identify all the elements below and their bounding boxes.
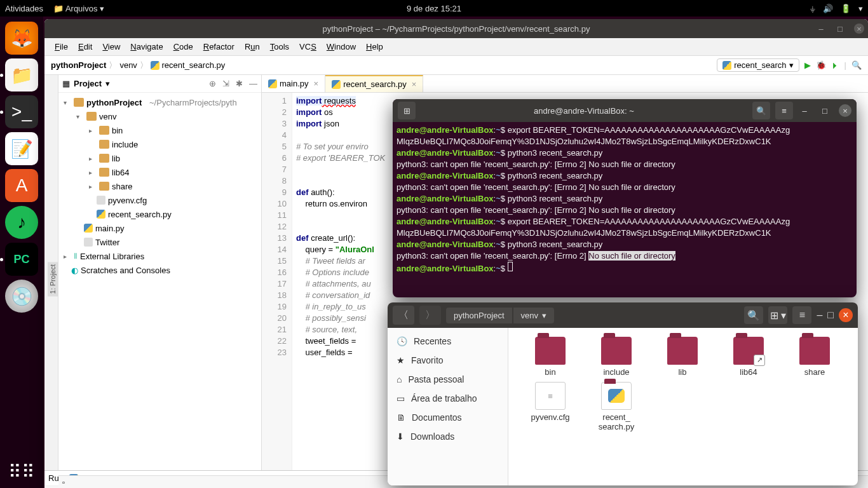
- dock-apps[interactable]: ⠿⠿: [5, 455, 38, 488]
- tab-main[interactable]: main.py×: [262, 75, 325, 92]
- file-pyvenv[interactable]: ≡pyvenv.cfg: [517, 379, 583, 434]
- sidebar-favorite[interactable]: ★ Favorito: [388, 351, 508, 370]
- dock-spotify[interactable]: ♪: [5, 206, 38, 239]
- close-button[interactable]: ×: [854, 24, 864, 34]
- volume-icon[interactable]: 🔊: [823, 4, 833, 13]
- battery-icon[interactable]: 🔋: [841, 4, 851, 13]
- ubuntu-dock: 🦊 📁 >_ 📝 A ♪ PC 💿 ⠿⠿: [0, 17, 43, 488]
- back-button[interactable]: 〈: [393, 306, 414, 325]
- tree-scratches[interactable]: ◐Scratches and Consoles: [58, 263, 261, 277]
- menu-window[interactable]: Window: [323, 41, 360, 53]
- dock-gedit[interactable]: 📝: [5, 132, 38, 165]
- close-icon[interactable]: ×: [314, 79, 319, 88]
- folder-lib[interactable]: lib: [649, 334, 715, 379]
- menu-file[interactable]: File: [51, 41, 72, 53]
- run-button[interactable]: ▶: [804, 60, 811, 70]
- python-icon: [722, 61, 731, 70]
- files-app-menu[interactable]: 📁 Arquivos ▾: [53, 4, 104, 13]
- tree-root[interactable]: ▾pythonProject ~/PycharmProjects/pyth: [58, 95, 261, 109]
- tab-recent-search[interactable]: recent_search.py×: [325, 75, 423, 92]
- close-button[interactable]: ×: [839, 104, 851, 117]
- project-tool-tab[interactable]: 1: Project: [48, 262, 58, 296]
- settings-icon[interactable]: ✱: [236, 79, 243, 88]
- debug-button[interactable]: 🐞: [816, 60, 826, 70]
- close-button[interactable]: ×: [839, 308, 853, 322]
- maximize-button[interactable]: □: [818, 104, 831, 117]
- clock[interactable]: 9 de dez 15:21: [407, 4, 461, 13]
- dock-files[interactable]: 📁: [5, 58, 38, 92]
- activities-button[interactable]: Atividades: [5, 4, 43, 13]
- sidebar-downloads[interactable]: ⬇ Downloads: [388, 427, 508, 446]
- terminal-title: andre@andre-VirtualBox: ~: [421, 106, 747, 116]
- crumb-file[interactable]: recent_search.py: [162, 60, 226, 70]
- sidebar-documents[interactable]: 🗎 Documentos: [388, 408, 508, 427]
- dock-firefox[interactable]: 🦊: [5, 22, 38, 55]
- tree-pyvenv[interactable]: pyvenv.cfg: [58, 193, 261, 207]
- search-button[interactable]: 🔍: [851, 60, 862, 70]
- pycharm-titlebar: pythonProject – ~/PycharmProjects/python…: [44, 19, 868, 38]
- terminal-search-button[interactable]: 🔍: [752, 102, 770, 119]
- python-file-icon: [151, 61, 159, 70]
- minimize-button[interactable]: –: [817, 309, 822, 321]
- crumb-project[interactable]: pythonProject: [51, 60, 106, 70]
- terminal-menu-button[interactable]: ≡: [775, 102, 793, 119]
- run-config-selector[interactable]: recent_search ▾: [717, 58, 799, 72]
- dock-software[interactable]: A: [5, 169, 38, 202]
- menu-view[interactable]: View: [98, 41, 124, 53]
- view-grid-button[interactable]: ⊞ ▾: [768, 306, 787, 324]
- tree-include[interactable]: include: [58, 137, 261, 151]
- files-search-button[interactable]: 🔍: [744, 306, 763, 324]
- sidebar-desktop[interactable]: ▭ Área de trabalho: [388, 389, 508, 408]
- sidebar-recent[interactable]: 🕓 Recentes: [388, 332, 508, 351]
- gnome-topbar: Atividades 📁 Arquivos ▾ 9 de dez 15:21 ⏚…: [0, 0, 868, 17]
- left-tool-stripe: 1: Project 7: Structure 2: Favorites: [44, 75, 58, 470]
- folder-include[interactable]: include: [583, 334, 649, 379]
- nautilus-window: 〈 〉 pythonProject venv▾ 🔍 ⊞ ▾ ≡ – □ × 🕓 …: [388, 302, 858, 485]
- breadcrumb-bar: pythonProject〉 venv〉 recent_search.py re…: [44, 56, 868, 75]
- menu-run[interactable]: Run: [241, 41, 264, 53]
- expand-icon[interactable]: ⇲: [222, 79, 229, 88]
- maximize-button[interactable]: □: [835, 24, 845, 34]
- menu-tools[interactable]: Tools: [266, 41, 293, 53]
- dock-terminal[interactable]: >_: [5, 95, 38, 128]
- menu-vcs[interactable]: VCS: [295, 41, 320, 53]
- tree-share[interactable]: ▸share: [58, 179, 261, 193]
- menu-refactor[interactable]: Refactor: [200, 41, 238, 53]
- new-tab-button[interactable]: ⊞: [398, 102, 416, 119]
- menu-navigate[interactable]: Navigate: [126, 41, 166, 53]
- tree-bin[interactable]: ▸bin: [58, 123, 261, 137]
- path-pythonproject[interactable]: pythonProject: [446, 308, 512, 323]
- dock-pycharm[interactable]: PC: [5, 243, 38, 276]
- tree-extlib[interactable]: ▸⫴External Libraries: [58, 249, 261, 263]
- menu-code[interactable]: Code: [170, 41, 197, 53]
- maximize-button[interactable]: □: [827, 309, 834, 321]
- run-context-button[interactable]: ⏵: [831, 60, 839, 70]
- forward-button[interactable]: 〉: [419, 306, 441, 325]
- files-menu-button[interactable]: ≡: [792, 306, 811, 324]
- folder-bin[interactable]: bin: [517, 334, 583, 379]
- sidebar-home[interactable]: ⌂ Pasta pessoal: [388, 370, 508, 389]
- network-icon[interactable]: ⏚: [810, 4, 815, 13]
- tree-lib64[interactable]: ▸lib64: [58, 165, 261, 179]
- menu-edit[interactable]: Edit: [74, 41, 96, 53]
- file-recent-search[interactable]: recent_ search.py: [583, 379, 649, 434]
- close-icon[interactable]: ×: [412, 79, 417, 89]
- minimize-button[interactable]: –: [816, 24, 826, 34]
- crumb-venv[interactable]: venv: [119, 60, 137, 70]
- tree-lib[interactable]: ▸lib: [58, 151, 261, 165]
- tree-recent-search[interactable]: recent_search.py: [58, 207, 261, 221]
- terminal-output[interactable]: andre@andre-VirtualBox:~$ export BEARER_…: [393, 122, 857, 277]
- pycharm-menubar: File Edit View Navigate Code Refactor Ru…: [44, 38, 868, 56]
- minimize-button[interactable]: –: [798, 104, 811, 117]
- locate-icon[interactable]: ⊕: [209, 79, 216, 88]
- path-venv[interactable]: venv▾: [513, 308, 554, 323]
- tree-main[interactable]: main.py: [58, 221, 261, 235]
- dock-disc[interactable]: 💿: [5, 280, 38, 313]
- menu-help[interactable]: Help: [362, 41, 387, 53]
- tree-venv[interactable]: ▾venv: [58, 109, 261, 123]
- tree-twitter[interactable]: Twitter: [58, 235, 261, 249]
- folder-lib64[interactable]: lib64: [715, 334, 782, 379]
- power-icon[interactable]: ▾: [858, 4, 863, 13]
- folder-share[interactable]: share: [782, 334, 848, 379]
- hide-icon[interactable]: —: [249, 79, 257, 88]
